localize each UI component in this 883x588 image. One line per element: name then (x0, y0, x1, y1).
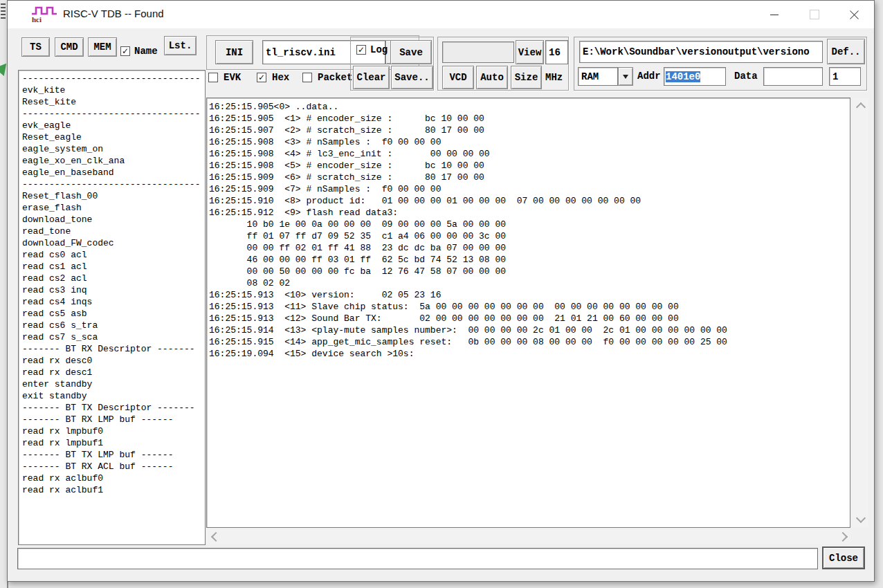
command-list-item[interactable]: evk_eagle (22, 120, 201, 131)
command-list-item[interactable]: eagle_system_on (22, 143, 201, 155)
log-line: 16:25:15.914 <13> <play-mute samples num… (209, 324, 848, 336)
memory-type-select[interactable]: RAM (578, 67, 618, 86)
command-input[interactable] (17, 548, 818, 569)
view-button[interactable]: View (516, 40, 544, 64)
log-line: 16:25:15.913 <12> Sound Bar TX: 02 00 00… (209, 313, 848, 324)
cmd-button[interactable]: CMD (55, 37, 84, 57)
default-button[interactable]: Def.. (827, 39, 865, 64)
vcd-button[interactable]: VCD (442, 66, 474, 89)
log-horizontal-scrollbar[interactable] (207, 529, 850, 544)
log-line: ff 01 07 ff d7 09 52 35 c1 a4 06 00 00 0… (209, 230, 848, 242)
size-button[interactable]: Size (511, 66, 542, 89)
packet-checkbox[interactable] (302, 73, 312, 82)
command-list-item[interactable]: Reset_kite (22, 96, 201, 108)
command-listbox[interactable]: ---------------------------------evk_kit… (18, 70, 206, 545)
command-list-item[interactable]: --------------------------------- (22, 178, 201, 190)
mhz-label: MHz (545, 72, 563, 83)
command-list-item[interactable]: eagle_xo_en_clk_ana (22, 155, 201, 167)
log-line: 16:25:15.905<0> ..data.. (209, 101, 848, 113)
ini-button[interactable]: INI (215, 40, 253, 64)
ts-button[interactable]: TS (21, 37, 50, 57)
addr-selected-text: 1401e0 (666, 71, 700, 82)
command-list-item[interactable]: exit standby (22, 390, 201, 402)
command-list-item[interactable]: read cs4 inqs (22, 296, 201, 308)
command-list-item[interactable]: evk_kite (22, 84, 201, 96)
command-list-item[interactable]: read rx aclbuf1 (22, 484, 201, 496)
log-line: 16:25:15.910 <8> product id: 01 00 00 00… (209, 195, 848, 207)
log-line: 08 02 02 (209, 277, 848, 289)
command-list-item[interactable]: read cs1 acl (22, 261, 201, 273)
command-list-item[interactable]: read rx aclbuf0 (22, 472, 201, 484)
log-line: 16:25:15.905 <1> # encoder_size : bc 10 … (209, 113, 848, 125)
log-output-panel[interactable]: 16:25:15.905<0> ..data..16:25:15.905 <1>… (206, 98, 850, 528)
log-line: 16:25:15.909 <6> # scratch_size : 80 17 … (209, 172, 848, 183)
command-list-item[interactable]: Reset_flash_00 (22, 190, 201, 202)
maximize-button[interactable] (799, 5, 830, 24)
log-line: 00 00 ff 02 01 ff 41 88 23 dc dc ba 07 0… (209, 242, 848, 254)
hex-checkbox[interactable]: ✓ (257, 73, 266, 82)
evk-checkbox[interactable] (208, 73, 218, 82)
log-line: 16:25:15.909 <7> # nSamples : f0 00 00 0… (209, 183, 848, 195)
log-checkbox-label: Log (370, 44, 388, 55)
command-list-item[interactable]: ------- BT RX Descriptor ------- (22, 343, 201, 355)
command-list-item[interactable]: read cs7 s_sca (22, 331, 201, 343)
name-checkbox[interactable]: ✓ (120, 46, 130, 56)
log-line: 10 b0 1e 00 0a 00 00 00 09 00 00 00 5a 0… (209, 219, 848, 230)
command-list-item[interactable]: read rx desc1 (22, 367, 201, 378)
addr-label: Addr (637, 71, 661, 82)
scroll-left-icon[interactable] (211, 532, 221, 542)
command-list-item[interactable]: ------- BT TX Descriptor ------- (22, 402, 201, 414)
scroll-down-icon[interactable] (856, 513, 866, 523)
command-list-item[interactable]: --------------------------------- (22, 108, 201, 120)
command-list-item[interactable]: read rx desc0 (22, 355, 201, 367)
command-list-item[interactable]: read rx lmpbuf1 (22, 437, 201, 449)
command-list-item[interactable]: download_tone (22, 214, 201, 226)
command-list-item[interactable]: enter standby (22, 378, 201, 390)
view-count-field[interactable]: 16 (545, 40, 568, 64)
command-list-item[interactable]: read cs2 acl (22, 273, 201, 284)
close-window-button[interactable] (838, 5, 870, 24)
repeat-count-input[interactable]: 1 (829, 67, 861, 86)
save-as-button[interactable]: Save.. (391, 66, 433, 89)
command-list-item[interactable]: eagle_en_baseband (22, 167, 201, 178)
log-line: 00 00 50 00 00 00 fc ba 12 76 47 58 07 0… (209, 266, 848, 277)
clear-button[interactable]: Clear (353, 66, 390, 89)
command-list-item[interactable]: Reset_eagle (22, 131, 201, 143)
auto-button[interactable]: Auto (476, 66, 508, 89)
hci-waveform-icon: hci (30, 6, 60, 24)
command-list-item[interactable]: ------- BT RX LMP buf ------ (22, 414, 201, 425)
log-line: 16:25:15.912 <9> flash read data3: (209, 207, 848, 219)
app-window: hci RISC-V TDB -- Found TS CMD MEM ✓ Nam… (7, 0, 875, 582)
chevron-down-icon (623, 75, 628, 79)
close-button[interactable]: Close (823, 547, 864, 569)
command-list-item[interactable]: read cs5 asb (22, 308, 201, 320)
command-list-item[interactable]: read cs6 s_tra (22, 320, 201, 331)
command-list-item[interactable]: read cs0 acl (22, 249, 201, 261)
command-list-item[interactable]: --------------------------------- (22, 73, 201, 84)
memory-type-dropdown-button[interactable] (618, 67, 633, 86)
command-list-item[interactable]: download_FW_codec (22, 237, 201, 249)
command-list-item[interactable]: erase_flash (22, 202, 201, 214)
data-input[interactable] (763, 67, 823, 86)
command-list-item[interactable]: read cs3 inq (22, 284, 201, 296)
log-line: 16:25:15.907 <2> # scratch_size : 80 17 … (209, 125, 848, 136)
scroll-right-icon[interactable] (838, 532, 848, 542)
output-path-field[interactable]: E:\Work\Soundbar\versionoutput\versiono (579, 41, 823, 63)
command-list-item[interactable]: read_tone (22, 226, 201, 237)
data-label: Data (734, 71, 758, 82)
view-value-field[interactable] (442, 42, 514, 63)
minimize-button[interactable] (758, 5, 790, 24)
mem-button[interactable]: MEM (88, 37, 117, 57)
log-checkbox[interactable]: ✓ (356, 45, 366, 55)
save-button[interactable]: Save (390, 40, 432, 64)
command-list-item[interactable]: ------- BT TX LMP buf ------ (22, 449, 201, 461)
scroll-up-icon[interactable] (856, 102, 866, 112)
log-line: 16:25:19.094 <15> device search >10s: (209, 348, 848, 360)
evk-checkbox-label: EVK (224, 72, 241, 83)
command-list-item[interactable]: read rx lmpbuf0 (22, 425, 201, 437)
log-vertical-scrollbar[interactable] (853, 98, 868, 528)
command-list-item[interactable]: ------- BT RX ACL buf ------ (22, 461, 201, 472)
log-line: 16:25:15.908 <5> # encoder_size : bc 10 … (209, 160, 848, 172)
addr-input[interactable]: 1401e0 (664, 67, 726, 86)
lst-button[interactable]: Lst. (164, 36, 197, 55)
